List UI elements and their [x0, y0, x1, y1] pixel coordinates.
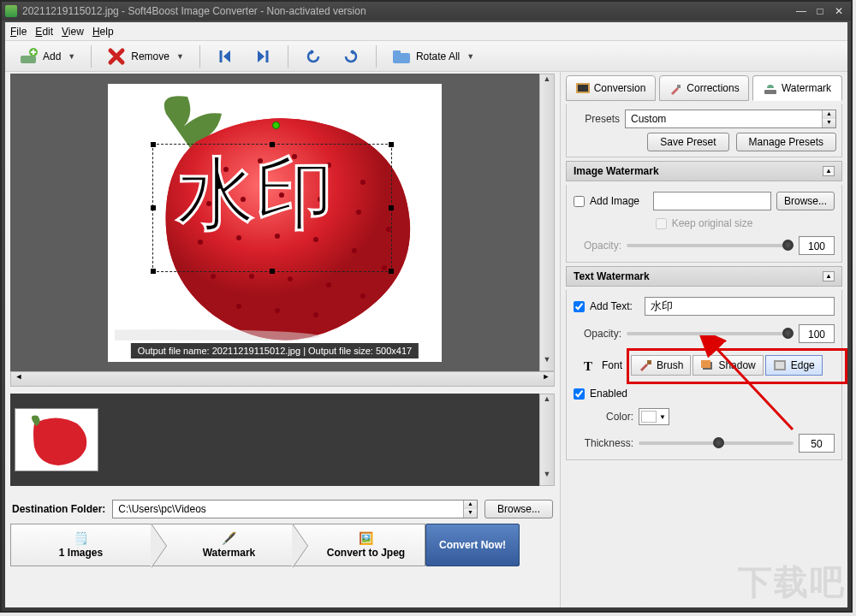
format-icon: 🖼️ — [359, 531, 373, 547]
app-icon — [5, 5, 17, 17]
rotate-left-button[interactable] — [299, 45, 328, 68]
keep-size-checkbox — [656, 218, 667, 229]
svg-point-28 — [275, 308, 280, 313]
rotate-all-button[interactable]: Rotate All▼ — [387, 45, 479, 68]
tab-watermark[interactable]: Watermark — [752, 75, 842, 101]
edge-tab[interactable]: Edge — [765, 355, 823, 376]
menu-file[interactable]: File — [10, 26, 27, 38]
collapse-icon[interactable]: ▴ — [823, 166, 835, 176]
image-opacity-value[interactable]: 100 — [799, 236, 835, 255]
svg-rect-32 — [578, 85, 588, 92]
corrections-icon — [669, 83, 682, 93]
rotate-left-icon — [304, 47, 323, 66]
folder-icon — [392, 47, 411, 66]
menu-help[interactable]: Help — [92, 26, 114, 38]
svg-point-26 — [360, 293, 366, 299]
text-watermark-header[interactable]: Text Watermark▴ — [566, 266, 842, 287]
thumbs-scroll[interactable]: ▲▼ — [539, 394, 555, 486]
collapse-icon[interactable]: ▴ — [823, 271, 835, 281]
edge-enabled-checkbox[interactable] — [574, 388, 585, 400]
presets-label: Presets — [572, 113, 620, 125]
thumbnail-strip[interactable] — [10, 394, 539, 486]
svg-point-27 — [236, 304, 241, 309]
add-image-checkbox[interactable] — [574, 196, 585, 207]
window-title: 20211219115012.jpg - Soft4Boost Image Co… — [22, 5, 366, 17]
thumbnail-item[interactable] — [15, 409, 98, 471]
svg-point-25 — [326, 282, 331, 287]
destination-label: Destination Folder: — [12, 503, 105, 515]
image-watermark-header[interactable]: Image Watermark▴ — [566, 161, 842, 181]
last-button[interactable] — [248, 45, 277, 68]
step-watermark[interactable]: 🖋️ Watermark — [152, 524, 293, 566]
preview-scroll-vertical[interactable]: ▲▼ — [539, 74, 555, 371]
add-text-checkbox[interactable] — [574, 301, 585, 312]
presets-combo[interactable]: Custom▲▼ — [625, 110, 836, 128]
watermark-origin-handle[interactable] — [272, 121, 280, 129]
destination-combo[interactable]: C:\Users\pc\Videos ▲▼ — [112, 500, 478, 518]
shadow-tab[interactable]: Shadow — [693, 355, 763, 376]
svg-rect-37 — [701, 360, 710, 368]
maximize-button[interactable]: □ — [811, 5, 829, 17]
output-info: Output file name: 20211219115012.jpg | O… — [131, 343, 419, 358]
rotate-right-button[interactable] — [336, 45, 366, 68]
manage-presets-button[interactable]: Manage Presets — [736, 133, 836, 151]
image-opacity-slider[interactable] — [627, 244, 794, 247]
edge-thickness-slider[interactable] — [639, 441, 794, 445]
brush-tab[interactable]: Brush — [631, 355, 691, 376]
svg-point-22 — [211, 274, 216, 279]
font-tab[interactable]: TFont — [577, 356, 629, 375]
image-browse-button[interactable]: Browse... — [776, 192, 835, 210]
menubar: File Edit View Help — [5, 22, 847, 41]
convert-now-button[interactable]: Convert Now! — [425, 524, 520, 566]
watermark-selection[interactable] — [152, 144, 392, 272]
svg-point-29 — [313, 312, 318, 317]
images-icon: 🗒️ — [74, 531, 88, 547]
rotate-right-icon — [342, 47, 360, 66]
remove-icon — [107, 47, 126, 66]
titlebar: 20211219115012.jpg - Soft4Boost Image Co… — [2, 2, 851, 21]
svg-point-23 — [249, 274, 254, 279]
text-opacity-value[interactable]: 100 — [799, 324, 835, 343]
svg-rect-3 — [393, 50, 401, 55]
close-button[interactable]: ✕ — [830, 5, 847, 17]
step-images[interactable]: 🗒️ 1 Images — [10, 524, 152, 566]
svg-point-24 — [288, 276, 293, 281]
stamp-icon: 🖋️ — [222, 531, 236, 547]
svg-rect-35 — [647, 360, 651, 364]
menu-edit[interactable]: Edit — [35, 26, 53, 38]
menu-view[interactable]: View — [62, 26, 84, 38]
brush-icon — [639, 359, 652, 371]
svg-rect-33 — [677, 85, 681, 88]
first-button[interactable] — [211, 45, 240, 68]
save-preset-button[interactable]: Save Preset — [647, 133, 728, 151]
font-icon: T — [584, 359, 597, 371]
tab-conversion[interactable]: Conversion — [566, 75, 656, 101]
step-convert-to[interactable]: 🖼️ Convert to Jpeg — [293, 524, 425, 566]
last-icon — [253, 47, 272, 66]
edge-icon — [773, 359, 787, 371]
image-path-input[interactable] — [653, 192, 771, 210]
toolbar: Add▼ Remove▼ Rotate All▼ — [5, 41, 847, 72]
svg-rect-34 — [764, 90, 776, 94]
preview-scroll-horizontal[interactable]: ◄► — [10, 371, 555, 387]
conversion-icon — [576, 83, 590, 93]
watermark-text-input[interactable] — [645, 297, 835, 316]
add-button[interactable]: Add▼ — [14, 45, 80, 68]
add-icon — [19, 47, 38, 66]
first-icon — [216, 47, 235, 66]
destination-browse-button[interactable]: Browse... — [484, 500, 553, 518]
minimize-button[interactable]: — — [793, 5, 810, 17]
watermark-icon — [764, 83, 777, 93]
svg-rect-39 — [776, 362, 784, 369]
tab-corrections[interactable]: Corrections — [659, 75, 749, 101]
remove-button[interactable]: Remove▼ — [102, 45, 189, 68]
edge-thickness-value[interactable]: 50 — [799, 434, 835, 453]
preview-canvas[interactable]: 水印 Output file name: 20211219115012.jpg … — [10, 74, 539, 371]
shadow-icon — [700, 359, 714, 371]
text-opacity-slider[interactable] — [627, 332, 794, 335]
edge-color-picker[interactable]: ▼ — [639, 408, 669, 425]
svg-rect-0 — [21, 56, 36, 63]
